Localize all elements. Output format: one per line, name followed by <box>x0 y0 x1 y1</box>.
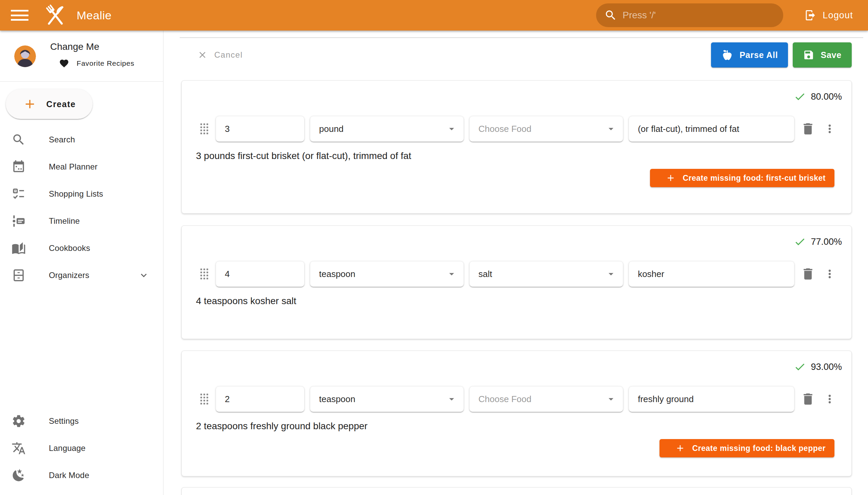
original-ingredient-text: 4 teaspoons kosher salt <box>182 296 851 307</box>
sidebar-item-dark-mode[interactable]: Dark Mode <box>0 462 163 489</box>
check-icon <box>794 361 806 373</box>
save-button[interactable]: Save <box>793 42 852 67</box>
home-link[interactable]: Mealie <box>42 2 112 29</box>
delete-ingredient-button[interactable] <box>800 264 816 284</box>
checklist-icon <box>12 187 27 201</box>
quantity-input[interactable] <box>216 386 305 412</box>
create-missing-food-label: Create missing food: black pepper <box>692 444 826 453</box>
create-missing-food-button[interactable]: Create missing food: black pepper <box>660 439 834 457</box>
user-name: Change Me <box>50 41 99 52</box>
menu-down-icon <box>605 123 617 135</box>
unit-select[interactable]: teaspoon <box>310 386 464 412</box>
sidebar-item-meal-planner[interactable]: Meal Planner <box>0 153 163 181</box>
avatar[interactable] <box>14 46 36 67</box>
food-select[interactable]: salt <box>469 261 623 287</box>
next-ingredient-card-partial <box>182 487 852 495</box>
favorite-recipes-link[interactable]: Favorite Recipes <box>52 58 134 68</box>
save-icon <box>803 49 814 61</box>
sidebar-item-label: Timeline <box>49 216 80 226</box>
drag-handle[interactable] <box>198 267 210 281</box>
sidebar-item-label: Search <box>49 135 75 144</box>
sidebar-nav: Search Meal Planner Shopping Lists Timel… <box>0 126 163 289</box>
main-content: Cancel Parse All Save 80.00% pou <box>164 31 868 495</box>
moon-stars-icon <box>12 468 27 482</box>
food-select[interactable]: Choose Food <box>469 116 623 142</box>
parse-all-button[interactable]: Parse All <box>711 42 788 67</box>
note-input[interactable] <box>629 261 795 287</box>
create-button[interactable]: Create <box>6 89 92 119</box>
sidebar-item-settings[interactable]: Settings <box>0 408 163 434</box>
ingredient-fields: teaspoon salt <box>182 261 851 287</box>
logout-button[interactable]: Logout <box>798 9 853 21</box>
hamburger-menu-icon[interactable] <box>10 8 30 23</box>
sidebar-item-label: Meal Planner <box>49 162 98 172</box>
menu-down-icon <box>605 268 617 280</box>
ingredient-fields: teaspoon Choose Food <box>182 386 851 412</box>
drag-handle[interactable] <box>198 121 210 136</box>
drag-handle[interactable] <box>198 392 210 407</box>
sidebar-item-timeline[interactable]: Timeline <box>0 207 163 235</box>
sidebar-item-organizers[interactable]: Organizers <box>0 262 163 289</box>
trash-icon <box>801 267 815 281</box>
ingredient-card: 77.00% teaspoon salt <box>182 225 852 339</box>
parse-status: 80.00% <box>182 81 851 102</box>
logout-label: Logout <box>822 10 853 21</box>
trash-icon <box>801 392 815 407</box>
delete-ingredient-button[interactable] <box>800 119 816 138</box>
food-select-value: Choose Food <box>478 124 531 134</box>
kebab-menu-icon <box>823 268 836 280</box>
close-icon <box>197 50 207 60</box>
confidence-value: 80.00% <box>811 91 842 102</box>
food-select-value: salt <box>478 269 492 279</box>
sidebar-item-search[interactable]: Search <box>0 126 163 153</box>
note-input[interactable] <box>629 116 795 142</box>
parse-status: 93.00% <box>182 351 851 373</box>
sidebar-item-label: Language <box>49 443 85 453</box>
sidebar-divider <box>0 81 163 82</box>
plus-icon <box>23 97 37 111</box>
save-label: Save <box>820 50 841 60</box>
menu-down-icon <box>446 123 457 135</box>
food-select[interactable]: Choose Food <box>469 386 623 412</box>
search-bar[interactable] <box>596 3 783 27</box>
trash-icon <box>801 121 815 136</box>
plus-icon <box>675 443 685 453</box>
ingredient-menu-button[interactable] <box>821 390 838 409</box>
calendar-icon <box>12 160 27 174</box>
book-open-icon <box>12 241 27 255</box>
timeline-icon <box>12 214 27 228</box>
editor-toolbar: Cancel Parse All Save <box>164 42 852 67</box>
quantity-input[interactable] <box>216 261 305 287</box>
menu-down-icon <box>446 393 457 405</box>
note-input[interactable] <box>629 386 795 412</box>
sidebar-item-language[interactable]: Language <box>0 434 163 462</box>
missing-food-row: Create missing food: black pepper <box>182 439 851 457</box>
search-input[interactable] <box>623 10 777 21</box>
unit-select[interactable]: teaspoon <box>310 261 464 287</box>
cancel-button[interactable]: Cancel <box>190 50 243 60</box>
ingredient-fields: pound Choose Food <box>182 116 851 142</box>
ingredient-menu-button[interactable] <box>821 264 838 284</box>
sidebar-item-shopping-lists[interactable]: Shopping Lists <box>0 181 163 207</box>
confidence-value: 77.00% <box>811 237 842 247</box>
sidebar-item-label: Dark Mode <box>49 471 89 480</box>
unit-select[interactable]: pound <box>310 116 464 142</box>
chevron-down-icon[interactable] <box>138 270 150 281</box>
food-select-value: Choose Food <box>478 394 531 405</box>
magnify-icon <box>12 133 27 147</box>
sidebar-item-label: Shopping Lists <box>49 189 103 199</box>
app-title[interactable]: Mealie <box>76 9 112 22</box>
ingredient-menu-button[interactable] <box>821 119 838 138</box>
sidebar-item-label: Settings <box>49 416 79 426</box>
logout-icon <box>804 9 816 21</box>
unit-select-value: pound <box>319 124 343 134</box>
sidebar-item-cookbooks[interactable]: Cookbooks <box>0 235 163 262</box>
delete-ingredient-button[interactable] <box>800 390 816 409</box>
parse-all-label: Parse All <box>739 50 778 60</box>
quantity-input[interactable] <box>216 116 305 142</box>
create-missing-food-button[interactable]: Create missing food: first-cut brisket <box>650 169 834 187</box>
gear-icon <box>12 414 27 428</box>
mealie-logo-icon <box>42 2 68 29</box>
sidebar: Change Me Favorite Recipes Create Search… <box>0 31 164 495</box>
sidebar-bottom-nav: Settings Language Dark Mode <box>0 408 163 489</box>
